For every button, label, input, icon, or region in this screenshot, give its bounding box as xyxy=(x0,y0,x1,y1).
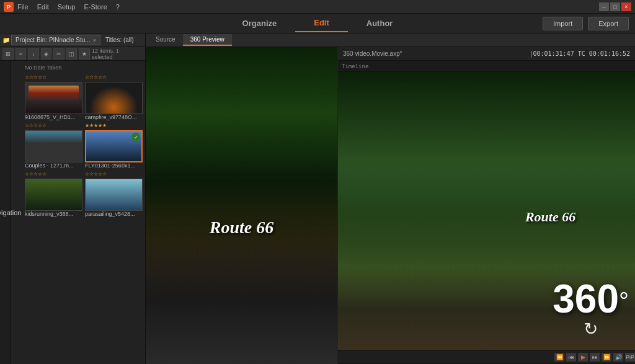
menu-help[interactable]: ? xyxy=(116,3,120,11)
right-preview-title: 360 video.Movie.axp* xyxy=(343,50,402,57)
source-preview-panel: Route 66 xyxy=(146,47,338,364)
navigation-sidebar: Navigation xyxy=(0,61,11,364)
volume-button[interactable]: 🔊 xyxy=(613,353,623,362)
source-video[interactable]: Route 66 xyxy=(146,47,337,364)
item-thumbnail[interactable] xyxy=(25,179,82,211)
list-item[interactable]: ★★★★★ ✓ FLY01301-2560x1... xyxy=(85,123,143,169)
app-icon: P xyxy=(4,2,14,12)
view-grid-icon[interactable]: ⊞ xyxy=(2,48,14,60)
list-item[interactable]: ☆☆☆☆☆ Couples - 1271.m... xyxy=(25,123,82,169)
import-button[interactable]: Import xyxy=(543,17,583,30)
menu-file[interactable]: File xyxy=(17,3,29,11)
360-arrow-icon: ↻ xyxy=(553,319,629,339)
sort-icon[interactable]: ↕ xyxy=(28,48,39,60)
rate-icon[interactable]: ★ xyxy=(79,48,90,60)
item-stars: ☆☆☆☆☆ xyxy=(25,123,82,130)
window-controls[interactable]: ─ □ × xyxy=(599,2,631,11)
playback-controls: ⏪ ⏮ ▶ ⏭ ⏩ 🔊 PiP xyxy=(554,353,635,362)
item-thumbnail[interactable] xyxy=(85,82,143,114)
list-item[interactable]: ☆☆☆☆☆ kidsrunning_v388... xyxy=(25,171,82,217)
close-button[interactable]: × xyxy=(621,2,631,11)
item-count: 12 items, 1 selected xyxy=(92,48,143,60)
road-bg xyxy=(146,237,337,364)
maximize-button[interactable]: □ xyxy=(610,2,620,11)
tab-source[interactable]: Source xyxy=(148,34,183,46)
item-label: campfire_v97748O... xyxy=(85,114,143,120)
right-preview-panel: 360 video.Movie.axp* |00:01:31:47 TC 00:… xyxy=(338,47,635,364)
list-item[interactable]: ☆☆☆☆☆ campfire_v97748O... xyxy=(85,74,143,120)
badge-360: 360° ↻ xyxy=(553,279,629,339)
item-label: FLY01301-2560x1... xyxy=(85,162,143,169)
play-back-button[interactable]: ⏪ xyxy=(554,353,564,362)
main-area: 📁 Project Bin: PINnacle Stu... × Titles:… xyxy=(0,33,635,364)
item-label: parasailing_v5428... xyxy=(85,211,143,217)
no-date-label: No Date Taken xyxy=(25,63,143,72)
360-degree: ° xyxy=(619,287,629,314)
filter-icon[interactable]: ◈ xyxy=(41,48,52,60)
scene-detect-icon[interactable]: ✂ xyxy=(53,48,64,60)
titlebar: P File Edit Setup E-Store ? ─ □ × xyxy=(0,0,635,14)
360-label: 360 xyxy=(553,277,619,321)
item-stars: ☆☆☆☆☆ xyxy=(85,74,143,82)
step-back-button[interactable]: ⏮ xyxy=(566,353,576,362)
close-tab-icon[interactable]: × xyxy=(93,37,96,43)
step-fwd-button[interactable]: ⏭ xyxy=(590,353,600,362)
tab-organize[interactable]: Organize xyxy=(224,14,296,32)
minimize-button[interactable]: ─ xyxy=(599,2,609,11)
panel-tab-bar: 📁 Project Bin: PINnacle Stu... × Titles:… xyxy=(0,33,145,47)
preview-main: Route 66 360 video.Movie.axp* |00:01:31:… xyxy=(146,47,635,364)
item-stars: ★★★★★ xyxy=(85,123,143,130)
no-date-group: No Date Taken xyxy=(25,63,143,72)
trees-360-bg xyxy=(338,72,635,295)
project-bin-tab[interactable]: Project Bin: PINnacle Stu... × xyxy=(11,35,100,45)
export-button[interactable]: Export xyxy=(588,17,629,30)
item-thumbnail[interactable] xyxy=(25,82,82,114)
storyboard-icon[interactable]: ◫ xyxy=(66,48,78,60)
menu-setup[interactable]: Setup xyxy=(58,3,76,11)
preview-area: Source 360 Preview Route 66 360 video.Mo… xyxy=(146,33,635,364)
timeline-ruler: 00:00 00:00:20.00 00:00:40.00 00:01:00.0… xyxy=(338,350,635,364)
item-label: Couples - 1271.m... xyxy=(25,162,82,169)
view-list-icon[interactable]: ≡ xyxy=(16,48,27,60)
timeline-tab-bar: Timeline xyxy=(338,61,635,72)
item-thumbnail[interactable]: ✓ xyxy=(85,130,143,162)
pip-button[interactable]: PiP xyxy=(625,353,635,362)
item-stars: ☆☆☆☆☆ xyxy=(25,171,82,179)
nav-sidebar-label: Navigation xyxy=(0,209,22,216)
list-item[interactable]: ☆☆☆☆☆ 91608675_V_HD1... xyxy=(25,74,82,120)
panel-toolbar: ⊞ ≡ ↕ ◈ ✂ ◫ ★ 12 items, 1 selected xyxy=(0,47,145,61)
item-thumbnail[interactable] xyxy=(85,179,143,211)
right-preview-header: 360 video.Movie.axp* |00:01:31:47 TC 00:… xyxy=(338,47,635,61)
play-button[interactable]: ▶ xyxy=(578,353,588,362)
left-panel: 📁 Project Bin: PINnacle Stu... × Titles:… xyxy=(0,33,146,364)
library-grid: No Date Taken ☆☆☆☆☆ 91608675_V_HD1... ☆☆… xyxy=(22,61,145,364)
menu-bar[interactable]: File Edit Setup E-Store ? xyxy=(17,3,120,11)
nav-tabs: Organize Edit Author xyxy=(224,14,412,32)
timeline-tab[interactable]: Timeline xyxy=(342,63,368,69)
import-export-controls: Import Export xyxy=(543,17,629,30)
route66-text: Route 66 xyxy=(210,218,273,237)
play-fwd-button[interactable]: ⏩ xyxy=(602,353,611,362)
item-stars: ☆☆☆☆☆ xyxy=(25,74,82,82)
menu-estore[interactable]: E-Store xyxy=(84,3,107,11)
tab-author[interactable]: Author xyxy=(348,14,412,32)
item-stars: ☆☆☆☆☆ xyxy=(85,171,143,179)
item-label: kidsrunning_v388... xyxy=(25,211,82,217)
tab-edit[interactable]: Edit xyxy=(295,14,348,32)
preview-tabs: Source 360 Preview xyxy=(146,33,635,47)
list-item[interactable]: ☆☆☆☆☆ parasailing_v5428... xyxy=(85,171,143,217)
tab-360-preview[interactable]: 360 Preview xyxy=(183,34,232,46)
menu-edit[interactable]: Edit xyxy=(37,3,49,11)
route66-right-text: Route 66 xyxy=(525,209,575,225)
timecode-display: |00:01:31:47 TC 00:01:16:52 xyxy=(529,50,630,57)
item-thumbnail[interactable] xyxy=(25,130,82,162)
badge-360-text: 360° xyxy=(553,279,629,319)
titles-tab[interactable]: Titles: (all) xyxy=(102,35,138,45)
item-label: 91608675_V_HD1... xyxy=(25,114,82,120)
navbar: Organize Edit Author Import Export xyxy=(0,14,635,33)
folder-icon: 📁 xyxy=(2,37,10,43)
